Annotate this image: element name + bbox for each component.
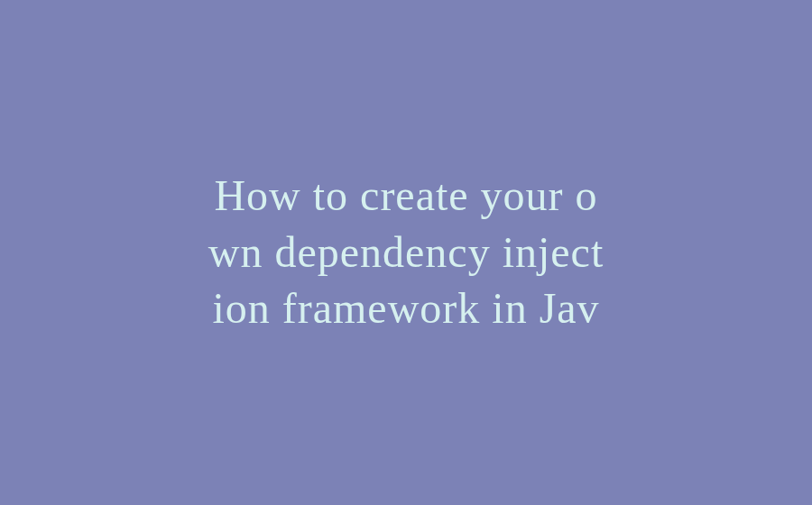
title-line-3: ion framework in Jav	[212, 284, 599, 332]
title-line-2: wn dependency inject	[208, 228, 604, 276]
title-text: How to create your o wn dependency injec…	[190, 168, 623, 336]
title-line-1: How to create your o	[214, 171, 597, 219]
